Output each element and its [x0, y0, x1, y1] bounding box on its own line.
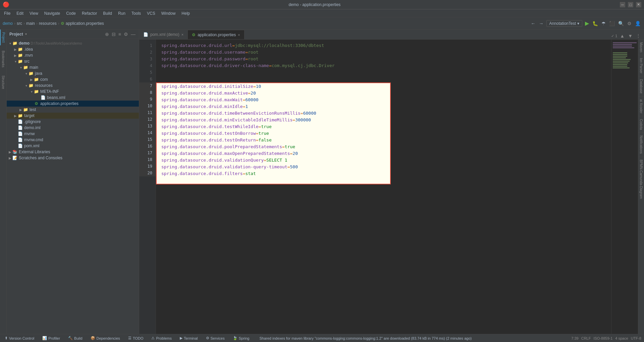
run-config-arrow: ▾: [577, 21, 579, 26]
tree-label: demo D:\Tools\JavaWorkSpace\demo: [19, 41, 82, 46]
tree-item-idea[interactable]: ▶ 📁 .idea: [7, 46, 139, 52]
close-button[interactable]: ✕: [636, 2, 641, 7]
settings-button[interactable]: ⚙: [627, 20, 632, 27]
menu-refactor[interactable]: Refactor: [79, 10, 100, 16]
run-button[interactable]: ▶: [584, 19, 590, 27]
code-lines[interactable]: spring.datasource.druid.url=jdbc:mysql:/…: [156, 40, 611, 334]
highlighted-block: spring.datasource.druid.initialSize=10 s…: [156, 82, 391, 184]
nav-back-button[interactable]: ←: [530, 20, 536, 27]
version-control-icon: ⬆: [5, 336, 8, 340]
menu-view[interactable]: View: [27, 10, 41, 16]
tab-close-button[interactable]: ×: [181, 33, 183, 37]
right-panel-codota[interactable]: Codota: [638, 116, 644, 133]
tree-item-gitignore[interactable]: 📄 .gitignore: [7, 119, 139, 125]
tree-item-com[interactable]: ▶ 📁 com: [7, 76, 139, 82]
expand-arrow: ▶: [8, 156, 12, 160]
hide-panel-button[interactable]: —: [130, 31, 136, 38]
profiler-label: Profiler: [48, 336, 60, 340]
tab-label: pom.xml (demo): [150, 32, 179, 37]
menu-run[interactable]: Run: [115, 10, 128, 16]
debug-button[interactable]: 🐛: [592, 20, 599, 27]
status-profiler[interactable]: 📊 Profiler: [40, 335, 62, 341]
status-build[interactable]: 🔨 Build: [66, 335, 84, 341]
props-file-icon: ⚙: [34, 101, 39, 106]
menu-file[interactable]: File: [1, 10, 13, 16]
minimap: [611, 40, 638, 334]
search-button[interactable]: 🔍: [618, 20, 625, 27]
minimize-button[interactable]: ─: [620, 2, 625, 7]
tree-item-src[interactable]: ▾ 📁 src: [7, 58, 139, 64]
menu-window[interactable]: Window: [159, 10, 178, 16]
status-todo[interactable]: ☰ TODO: [126, 335, 146, 341]
line-number-7: 7: [139, 82, 156, 89]
menu-navigate[interactable]: Navigate: [42, 10, 63, 16]
right-panel-ion-parser[interactable]: Ion Parser: [638, 55, 644, 76]
run-configuration[interactable]: AnnotationTest ▾: [546, 20, 582, 27]
tree-item-application-properties[interactable]: ⚙ application.properties: [7, 101, 139, 107]
right-panel-database[interactable]: Database: [638, 76, 644, 97]
right-panel-ai-xcoder[interactable]: ai Xcoder: [638, 97, 644, 116]
folder-icon: 📁: [17, 53, 23, 58]
tree-item-pom-xml[interactable]: 📄 pom.xml: [7, 143, 139, 149]
status-version-control[interactable]: ⬆ Version Control: [3, 335, 36, 341]
tree-item-external-libraries[interactable]: ▶ 📚 External Libraries: [7, 149, 139, 155]
tree-item-meta-inf[interactable]: ▾ 📁 META-INF: [7, 89, 139, 95]
sort-button[interactable]: ≡: [118, 31, 122, 38]
status-spring[interactable]: 🍃 Spring: [231, 335, 252, 341]
status-services[interactable]: ⚙ Services: [204, 335, 227, 341]
tree-item-mvnw-cmd[interactable]: 📄 mvnw.cmd: [7, 137, 139, 143]
nav-forward-button[interactable]: →: [538, 20, 544, 27]
profile-icon[interactable]: 👤: [634, 20, 641, 27]
sidebar-bookmarks-tab[interactable]: Bookmarks: [0, 48, 6, 70]
tab-icon: ⚙: [192, 33, 196, 37]
next-match-button[interactable]: ▼: [627, 33, 633, 39]
tree-item-mvn[interactable]: ▶ 📁 .mvn: [7, 52, 139, 58]
tree-item-target[interactable]: ▶ 📁 target: [7, 113, 139, 119]
terminal-label: Terminal: [184, 336, 198, 340]
menu-help[interactable]: Help: [179, 10, 193, 16]
toolbar-right: ← → AnnotationTest ▾ ▶ 🐛 ☂ ⬛ 🔍 ⚙ 👤: [530, 19, 641, 27]
menu-tools[interactable]: Tools: [129, 10, 144, 16]
tree-item-mvnw[interactable]: 📄 mvnw: [7, 131, 139, 137]
code-editor[interactable]: 1 2 3 4 5 6 7 8 9 10 11 12 13 14 15 16: [139, 40, 638, 334]
tree-item-scratches[interactable]: ▶ 📝 Scratches and Consoles: [7, 155, 139, 161]
tree-item-beans-xml[interactable]: 📄 beans.xml: [7, 95, 139, 101]
right-panel-notifications[interactable]: Notifications: [638, 133, 644, 157]
tree-item-main[interactable]: ▾ 📁 main: [7, 64, 139, 70]
tree-item-java[interactable]: ▾ 📁 java: [7, 70, 139, 76]
status-terminal[interactable]: ▶ Terminal: [178, 335, 200, 341]
editor-area: 📄 pom.xml (demo) × ⚙ application.propert…: [139, 30, 644, 334]
breadcrumb-file[interactable]: application.properties: [66, 21, 104, 26]
right-panel-bpmn[interactable]: BPMN-Camunda-Diagram: [638, 157, 644, 202]
coverage-button[interactable]: ☂: [601, 20, 606, 27]
maximize-button[interactable]: □: [628, 2, 633, 7]
tree-item-demo[interactable]: ▾ 📁 demo D:\Tools\JavaWorkSpace\demo: [7, 40, 139, 46]
breadcrumb-demo[interactable]: demo: [3, 21, 13, 26]
status-dependencies[interactable]: 📦 Dependencies: [89, 335, 122, 341]
panel-dropdown-arrow[interactable]: ▾: [25, 32, 27, 36]
tab-application-properties[interactable]: ⚙ application.properties ×: [188, 30, 245, 39]
menu-edit[interactable]: Edit: [14, 10, 26, 16]
toolbar: demo › src › main › resources › ⚙ applic…: [0, 17, 644, 30]
tree-item-demo-iml[interactable]: 📄 demo.iml: [7, 125, 139, 131]
tab-close-button[interactable]: ×: [238, 33, 240, 37]
menu-build[interactable]: Build: [100, 10, 115, 16]
status-problems[interactable]: ⚠ Problems: [149, 335, 173, 341]
sidebar-project-tab[interactable]: Project: [0, 30, 6, 45]
tab-pom-xml[interactable]: 📄 pom.xml (demo) ×: [139, 30, 188, 39]
sidebar-structure-tab[interactable]: Structure: [0, 73, 6, 92]
breadcrumb-src[interactable]: src: [17, 21, 22, 26]
settings-panel-button[interactable]: ⚙: [123, 31, 129, 38]
stop-button[interactable]: ⬛: [608, 20, 615, 27]
right-panel-maven[interactable]: Maven: [638, 40, 644, 55]
more-tabs-button[interactable]: ⋮: [635, 33, 641, 39]
collapse-all-button[interactable]: ⊟: [111, 31, 116, 38]
prev-match-button[interactable]: ▲: [619, 33, 625, 39]
locate-file-button[interactable]: ⊕: [104, 31, 110, 38]
breadcrumb-resources[interactable]: resources: [39, 21, 57, 26]
breadcrumb-main[interactable]: main: [26, 21, 35, 26]
tree-item-test[interactable]: ▶ 📁 test: [7, 107, 139, 113]
menu-vcs[interactable]: VCS: [144, 10, 158, 16]
menu-code[interactable]: Code: [63, 10, 78, 16]
tree-item-resources[interactable]: ▾ 📁 resources: [7, 82, 139, 89]
